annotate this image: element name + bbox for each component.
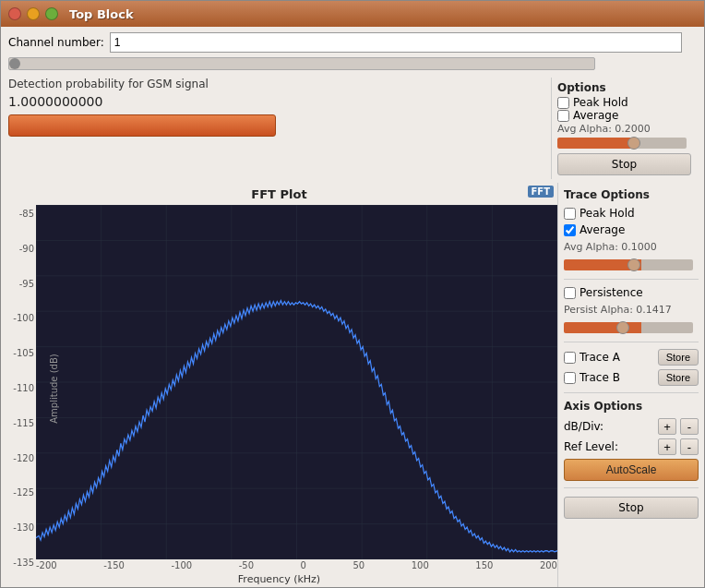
channel-row: Channel number: bbox=[8, 32, 697, 53]
x-tick-0: 0 bbox=[301, 560, 306, 570]
orange-bar bbox=[8, 114, 276, 137]
ref-level-label: Ref Level: bbox=[564, 440, 654, 453]
trace-b-checkbox[interactable] bbox=[564, 372, 576, 384]
trace-a-row: Trace A Store bbox=[564, 349, 699, 366]
db-div-row: dB/Div: + - bbox=[564, 418, 699, 435]
maximize-button[interactable] bbox=[45, 7, 58, 20]
trace-average-checkbox[interactable] bbox=[564, 224, 576, 236]
channel-slider-container bbox=[8, 55, 697, 75]
top-area: Channel number: Detection probability fo… bbox=[1, 27, 704, 183]
ref-level-row: Ref Level: + - bbox=[564, 438, 699, 455]
orange-bar-container bbox=[8, 113, 551, 138]
y-label-100: -100 bbox=[3, 313, 34, 323]
options-peak-hold-label: Peak Hold bbox=[573, 96, 628, 109]
detection-area: Detection probability for GSM signal 1.0… bbox=[8, 78, 551, 179]
x-tick-n50: -50 bbox=[239, 560, 254, 570]
trace-b-row: Trace B Store bbox=[564, 369, 699, 386]
options-avg-alpha-slider[interactable] bbox=[557, 138, 687, 149]
options-average-row: Average bbox=[557, 109, 691, 122]
trace-options-title: Trace Options bbox=[564, 188, 699, 201]
options-peak-hold-row: Peak Hold bbox=[557, 96, 691, 109]
persist-alpha-slider[interactable] bbox=[564, 322, 693, 333]
fft-title-bar: FFT Plot FFT bbox=[1, 183, 557, 205]
trace-peak-hold-label: Peak Hold bbox=[580, 207, 635, 220]
db-div-plus-button[interactable]: + bbox=[658, 418, 676, 435]
options-stop-button[interactable]: Stop bbox=[557, 153, 691, 175]
trace-a-store-button[interactable]: Store bbox=[658, 349, 699, 366]
x-tick-200: 200 bbox=[540, 560, 557, 570]
divider2 bbox=[564, 342, 699, 342]
y-label-130: -130 bbox=[3, 522, 34, 533]
db-div-minus-button[interactable]: - bbox=[680, 418, 699, 435]
fft-plot-container: Amplitude (dB) bbox=[36, 205, 557, 571]
options-avg-alpha-label: Avg Alpha: 0.2000 bbox=[557, 123, 691, 135]
titlebar: Top Block bbox=[1, 1, 704, 27]
trace-b-store-button[interactable]: Store bbox=[658, 369, 699, 386]
x-tick-n200: -200 bbox=[36, 560, 57, 570]
close-button[interactable] bbox=[8, 7, 21, 20]
trace-b-label: Trace B bbox=[580, 371, 654, 384]
y-axis-title: Amplitude (dB) bbox=[49, 354, 59, 423]
fft-badge: FFT bbox=[528, 186, 554, 198]
y-label-95: -95 bbox=[3, 279, 34, 289]
db-div-label: dB/Div: bbox=[564, 420, 654, 433]
y-label-120: -120 bbox=[3, 453, 34, 463]
persistence-row: Persistence bbox=[564, 286, 699, 299]
trace-avg-alpha-label: Avg Alpha: 0.1000 bbox=[564, 241, 699, 253]
options-peak-hold-checkbox[interactable] bbox=[557, 97, 569, 109]
fft-plot-with-yaxis: -85 -90 -95 -100 -105 -110 -115 -120 -12… bbox=[1, 205, 557, 571]
trace-peak-hold-row: Peak Hold bbox=[564, 207, 699, 220]
autoscale-button[interactable]: AutoScale bbox=[564, 459, 699, 481]
fft-svg bbox=[36, 205, 557, 559]
x-tick-150: 150 bbox=[475, 560, 493, 570]
main-window: Top Block Channel number: Detection prob… bbox=[0, 0, 705, 588]
fft-title: FFT Plot bbox=[251, 187, 306, 201]
x-tick-n100: -100 bbox=[171, 560, 192, 570]
trace-avg-alpha-slider[interactable] bbox=[564, 259, 693, 270]
fft-area: FFT Plot FFT -85 -90 -95 -100 -105 -110 … bbox=[1, 183, 558, 587]
y-label-135: -135 bbox=[3, 558, 34, 568]
ref-level-plus-button[interactable]: + bbox=[658, 438, 676, 455]
minimize-button[interactable] bbox=[27, 7, 40, 20]
persistence-checkbox[interactable] bbox=[564, 287, 576, 299]
y-label-105: -105 bbox=[3, 348, 34, 358]
channel-slider[interactable] bbox=[8, 57, 595, 70]
trace-average-label: Average bbox=[580, 223, 625, 236]
y-label-90: -90 bbox=[3, 244, 34, 254]
y-label-110: -110 bbox=[3, 383, 34, 393]
main-stop-button[interactable]: Stop bbox=[564, 497, 699, 519]
detection-label: Detection probability for GSM signal bbox=[8, 78, 551, 90]
trace-average-row: Average bbox=[564, 223, 699, 236]
right-panel: Trace Options Peak Hold Average Avg Alph… bbox=[558, 183, 704, 587]
divider4 bbox=[564, 487, 699, 488]
options-title: Options bbox=[557, 81, 691, 94]
options-average-label: Average bbox=[573, 109, 618, 122]
axis-options-title: Axis Options bbox=[564, 400, 699, 413]
channel-label: Channel number: bbox=[8, 36, 104, 49]
x-tick-50: 50 bbox=[352, 560, 364, 570]
divider1 bbox=[564, 279, 699, 280]
main-content: FFT Plot FFT -85 -90 -95 -100 -105 -110 … bbox=[1, 183, 704, 587]
ref-level-minus-button[interactable]: - bbox=[680, 438, 699, 455]
persistence-label: Persistence bbox=[580, 286, 643, 299]
options-average-checkbox[interactable] bbox=[557, 110, 569, 122]
x-axis-title: Frequency (kHz) bbox=[1, 571, 557, 587]
trace-a-label: Trace A bbox=[580, 351, 654, 364]
trace-peak-hold-checkbox[interactable] bbox=[564, 208, 576, 220]
channel-input[interactable] bbox=[110, 32, 682, 53]
y-label-115: -115 bbox=[3, 418, 34, 428]
x-tick-n150: -150 bbox=[103, 560, 125, 570]
fft-plot bbox=[36, 205, 557, 559]
options-panel: Options Peak Hold Average Avg Alpha: 0.2… bbox=[551, 78, 697, 179]
persist-alpha-label: Persist Alpha: 0.1417 bbox=[564, 304, 699, 316]
window-title: Top Block bbox=[69, 7, 134, 21]
divider3 bbox=[564, 392, 699, 393]
y-label-85: -85 bbox=[3, 209, 34, 219]
y-label-125: -125 bbox=[3, 487, 34, 498]
trace-a-checkbox[interactable] bbox=[564, 352, 576, 364]
x-tick-100: 100 bbox=[412, 560, 429, 570]
prob-value: 1.0000000000 bbox=[8, 94, 551, 109]
y-axis-labels: -85 -90 -95 -100 -105 -110 -115 -120 -12… bbox=[1, 205, 36, 571]
x-ticks: -200 -150 -100 -50 0 50 100 150 200 bbox=[36, 559, 557, 571]
